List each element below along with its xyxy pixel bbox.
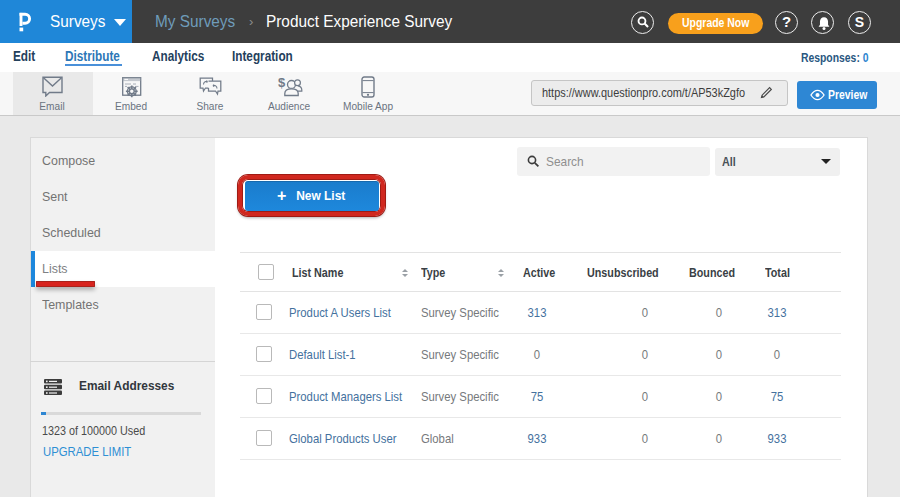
svg-text:$: $ <box>278 75 286 90</box>
